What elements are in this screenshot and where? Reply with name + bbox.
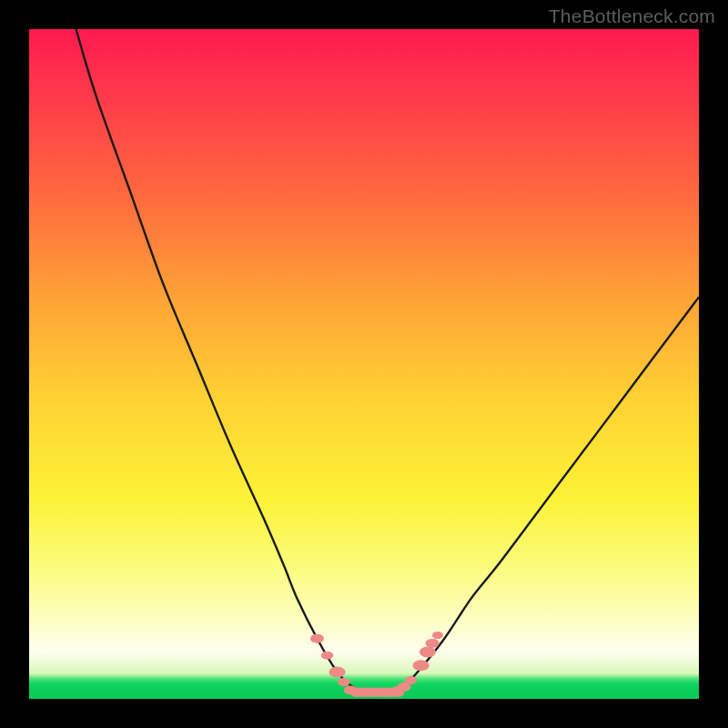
marker-group xyxy=(310,632,443,697)
watermark-text: TheBottleneck.com xyxy=(549,5,715,27)
curve-marker xyxy=(413,660,430,671)
curve-svg xyxy=(29,29,699,699)
curve-marker xyxy=(321,652,334,660)
plot-area xyxy=(29,29,699,699)
curve-marker xyxy=(420,646,436,657)
curve-marker xyxy=(338,678,350,686)
curve-marker xyxy=(432,632,443,639)
curve-marker xyxy=(405,676,418,684)
curve-marker xyxy=(310,634,324,643)
chart-frame: TheBottleneck.com xyxy=(0,0,728,728)
curve-marker xyxy=(329,667,346,678)
curve-marker xyxy=(426,639,440,648)
bottleneck-curve xyxy=(76,29,699,693)
